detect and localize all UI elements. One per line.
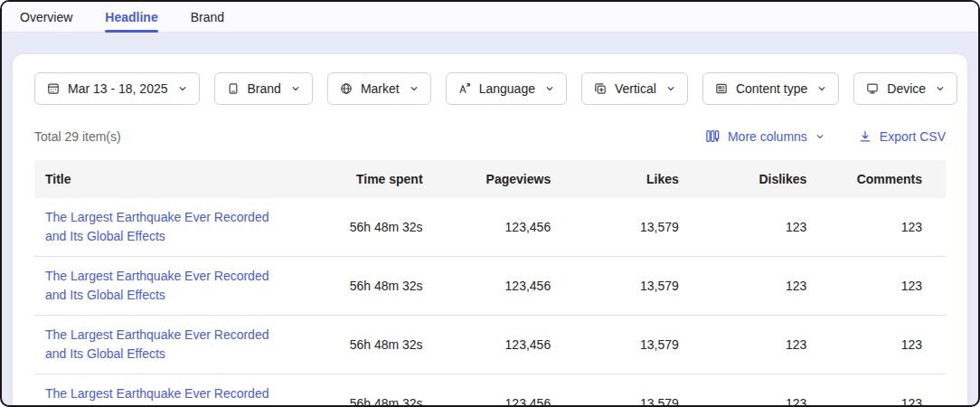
tab-overview-label: Overview (20, 10, 72, 24)
export-csv-label: Export CSV (880, 129, 946, 144)
time-spent-cell: 56h 48m 32s (306, 198, 434, 257)
comments-cell: 123 (817, 316, 946, 374)
chevron-down-icon (665, 83, 676, 94)
tab-headline[interactable]: Headline (105, 2, 157, 33)
layers-plus-icon (593, 81, 608, 96)
pageviews-cell: 123,456 (434, 316, 562, 374)
dislikes-cell: 123 (690, 316, 818, 374)
likes-cell: 13,579 (561, 316, 690, 374)
total-items-label: Total 29 item(s) (34, 129, 121, 144)
translate-icon (457, 81, 472, 96)
brand-filter[interactable]: Brand (214, 72, 313, 105)
column-header-comments: Comments (817, 160, 946, 198)
title-cell: The Largest Earthquake Ever Recorded and… (34, 374, 306, 407)
column-header-title: Title (34, 160, 306, 198)
time-spent-cell: 56h 48m 32s (306, 374, 434, 407)
filter-bar: Mar 13 - 18, 2025 Brand (34, 72, 946, 105)
chevron-down-icon (409, 83, 419, 94)
vertical-filter[interactable]: Vertical (581, 72, 688, 105)
language-filter-label: Language (479, 81, 535, 96)
date-range-filter[interactable]: Mar 13 - 18, 2025 (34, 72, 200, 105)
device-filter-label: Device (887, 81, 926, 96)
calendar-icon (46, 81, 61, 96)
chevron-down-icon (935, 83, 946, 94)
columns-icon (705, 128, 721, 144)
time-spent-cell: 56h 48m 32s (306, 316, 434, 374)
tab-overview[interactable]: Overview (20, 2, 72, 33)
more-columns-button[interactable]: More columns (705, 128, 825, 144)
table-row: The Largest Earthquake Ever Recorded and… (34, 198, 946, 257)
comments-cell: 123 (817, 198, 946, 257)
article-title-link[interactable]: The Largest Earthquake Ever Recorded and… (45, 208, 289, 246)
table-toolbar: Total 29 item(s) More columns (34, 128, 946, 144)
date-range-label: Mar 13 - 18, 2025 (68, 81, 168, 96)
device-filter[interactable]: Device (853, 72, 957, 105)
tab-brand-label: Brand (191, 10, 224, 24)
article-title-link[interactable]: The Largest Earthquake Ever Recorded and… (45, 267, 289, 305)
comments-cell: 123 (817, 374, 946, 407)
column-header-pageviews: Pageviews (434, 160, 562, 198)
table-body: The Largest Earthquake Ever Recorded and… (34, 198, 946, 407)
toolbar-actions: More columns Export CSV (705, 128, 946, 144)
monitor-icon (865, 81, 880, 96)
headline-table: Title Time spent Pageviews Likes Dislike… (34, 160, 946, 407)
chevron-down-icon (290, 83, 301, 94)
language-filter[interactable]: Language (446, 72, 567, 105)
likes-cell: 13,579 (561, 257, 690, 316)
export-csv-button[interactable]: Export CSV (858, 129, 946, 144)
vertical-filter-label: Vertical (615, 81, 656, 96)
title-cell: The Largest Earthquake Ever Recorded and… (34, 198, 306, 257)
chevron-down-icon (177, 83, 188, 94)
title-cell: The Largest Earthquake Ever Recorded and… (34, 316, 306, 374)
pageviews-cell: 123,456 (434, 374, 562, 407)
download-icon (858, 129, 872, 144)
pageviews-cell: 123,456 (434, 198, 562, 257)
content-type-filter[interactable]: Content type (702, 72, 839, 105)
news-icon (714, 81, 729, 96)
table-row: The Largest Earthquake Ever Recorded and… (34, 316, 946, 374)
more-columns-label: More columns (728, 129, 807, 144)
content-type-filter-label: Content type (736, 81, 807, 96)
market-filter-label: Market (361, 81, 400, 96)
tablet-icon (226, 81, 240, 96)
chevron-down-icon (544, 83, 555, 94)
tab-brand[interactable]: Brand (191, 2, 224, 33)
comments-cell: 123 (817, 257, 946, 316)
article-title-link[interactable]: The Largest Earthquake Ever Recorded and… (45, 326, 289, 364)
tab-indicator (105, 30, 157, 33)
tab-headline-label: Headline (105, 10, 157, 24)
chevron-down-icon (815, 131, 825, 142)
table-header: Title Time spent Pageviews Likes Dislike… (34, 160, 946, 198)
table-row: The Largest Earthquake Ever Recorded and… (34, 374, 946, 407)
time-spent-cell: 56h 48m 32s (306, 257, 434, 316)
pageviews-cell: 123,456 (434, 257, 562, 316)
dislikes-cell: 123 (690, 198, 818, 257)
table-row: The Largest Earthquake Ever Recorded and… (34, 257, 946, 316)
article-title-link[interactable]: The Largest Earthquake Ever Recorded and… (45, 384, 289, 407)
market-filter[interactable]: Market (327, 72, 431, 105)
content-card: Mar 13 - 18, 2025 Brand (13, 54, 967, 407)
chevron-down-icon (816, 83, 827, 94)
dislikes-cell: 123 (690, 257, 818, 316)
column-header-dislikes: Dislikes (690, 160, 818, 198)
tab-bar: Overview Headline Brand (2, 2, 978, 33)
globe-icon (339, 81, 353, 96)
likes-cell: 13,579 (561, 198, 690, 257)
likes-cell: 13,579 (561, 374, 690, 407)
app-window: Overview Headline Brand Mar 13 - 18, 202… (0, 0, 980, 407)
dislikes-cell: 123 (690, 374, 818, 407)
column-header-time-spent: Time spent (306, 160, 434, 198)
title-cell: The Largest Earthquake Ever Recorded and… (34, 257, 306, 316)
column-header-likes: Likes (561, 160, 690, 198)
brand-filter-label: Brand (248, 81, 281, 96)
